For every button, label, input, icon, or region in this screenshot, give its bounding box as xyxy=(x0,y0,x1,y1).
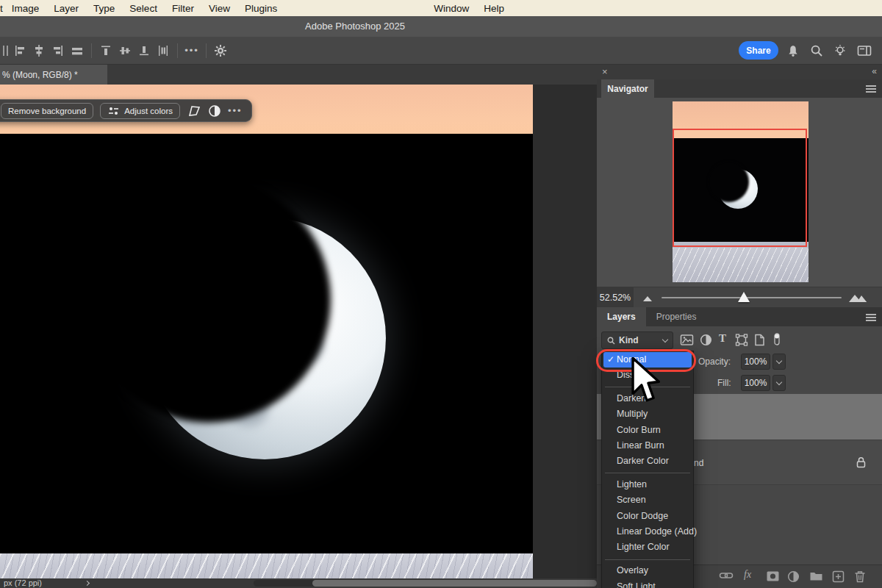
delete-layer-trash-icon[interactable] xyxy=(854,570,866,583)
kind-search-icon xyxy=(607,337,615,345)
fill-chevron[interactable] xyxy=(772,375,786,391)
tab-properties[interactable]: Properties xyxy=(646,307,707,326)
fill-value[interactable]: 100% xyxy=(741,375,770,391)
adjust-colors-button[interactable]: Adjust colors xyxy=(100,103,180,119)
taskbar-more-icon[interactable]: ••• xyxy=(228,105,243,116)
navigator-zoom-row: 52.52% xyxy=(597,287,882,307)
smart-object-filter-icon[interactable] xyxy=(754,334,765,346)
filter-toggle-pin-icon[interactable] xyxy=(773,332,781,346)
menu-item-help[interactable]: Help xyxy=(476,3,512,14)
layer-mask-icon[interactable] xyxy=(766,570,780,582)
collapse-panels-icon[interactable]: « xyxy=(872,66,876,76)
blend-mode-option[interactable]: Linear Dodge (Add) xyxy=(602,524,693,539)
gear-icon[interactable] xyxy=(211,43,230,58)
type-layer-filter-icon[interactable]: T xyxy=(719,332,726,345)
new-layer-icon[interactable] xyxy=(832,570,845,583)
checkmark-icon: ✓ xyxy=(607,352,614,368)
align-left-edges-icon[interactable] xyxy=(10,43,29,58)
panels-layout-icon[interactable] xyxy=(857,44,872,57)
menu-item-plugins[interactable]: Plugins xyxy=(237,3,284,14)
layer-filter-kind-dropdown[interactable]: Kind xyxy=(601,331,673,349)
blend-mode-option[interactable]: Color Burn xyxy=(602,423,693,438)
menu-bar: t Image Layer Type Select Filter View Pl… xyxy=(0,0,882,16)
search-icon[interactable] xyxy=(810,44,823,57)
new-group-folder-icon[interactable] xyxy=(809,570,823,581)
menu-item-filter[interactable]: Filter xyxy=(165,3,201,14)
options-divider xyxy=(177,43,178,58)
blend-mode-option[interactable]: Overlay xyxy=(602,563,693,578)
distribute-top-icon[interactable] xyxy=(96,43,115,58)
more-options-icon[interactable]: ••• xyxy=(182,43,201,58)
options-bar-right xyxy=(786,41,882,60)
options-divider xyxy=(91,43,92,58)
share-button[interactable]: Share xyxy=(739,41,778,60)
align-top-edges-icon[interactable] xyxy=(68,43,87,58)
contextual-task-bar: Remove background Adjust colors ••• xyxy=(0,99,252,122)
tab-layers[interactable]: Layers xyxy=(597,307,646,326)
document-tab[interactable]: % (Moon, RGB/8) * xyxy=(0,65,107,85)
panel-dock-header: × « xyxy=(597,65,882,79)
distribute-bottom-icon[interactable] xyxy=(135,43,154,58)
menu-separator xyxy=(602,556,693,564)
zoom-in-mountain-icon[interactable] xyxy=(848,292,867,303)
adjustment-layer-icon[interactable] xyxy=(787,570,800,583)
blend-mode-option[interactable]: Screen xyxy=(602,492,693,508)
menu-item-type[interactable]: Type xyxy=(86,3,122,14)
document-info[interactable]: px (72 ppi) xyxy=(4,578,42,588)
thumb-snow xyxy=(673,248,808,282)
zoom-slider-track[interactable] xyxy=(662,297,842,298)
navigator-proxy-view-box[interactable] xyxy=(673,129,807,247)
zoom-out-mountain-icon[interactable] xyxy=(642,294,653,302)
layers-panel-menu-icon[interactable] xyxy=(866,314,876,321)
transform-icon[interactable] xyxy=(187,104,201,118)
blend-mode-option[interactable]: Lighten xyxy=(602,477,693,492)
menu-separator xyxy=(602,469,693,477)
shape-layer-filter-icon[interactable] xyxy=(735,334,748,346)
zoom-percentage-field[interactable]: 52.52% xyxy=(597,287,634,308)
blend-mode-option[interactable]: Linear Burn xyxy=(602,438,693,453)
menu-item-window[interactable]: Window xyxy=(426,3,476,14)
zoom-slider-thumb[interactable] xyxy=(738,292,750,302)
blend-mode-option[interactable]: Darker Color xyxy=(602,453,693,469)
blend-mode-option[interactable]: Soft Light xyxy=(602,579,693,588)
distribute-horizontal-centers-icon[interactable] xyxy=(115,43,135,58)
opacity-chevron[interactable] xyxy=(772,354,786,370)
lock-icon[interactable] xyxy=(856,456,867,468)
tab-navigator[interactable]: Navigator xyxy=(601,79,654,98)
layer-style-fx-icon[interactable]: fx xyxy=(744,569,751,581)
lightbulb-icon[interactable] xyxy=(833,44,847,57)
opacity-value[interactable]: 100% xyxy=(741,354,770,370)
close-icon[interactable]: × xyxy=(602,66,608,77)
align-horizontal-centers-icon[interactable] xyxy=(29,43,49,58)
blend-mode-option[interactable]: Color Dodge xyxy=(602,509,693,524)
distribute-vertical-icon[interactable] xyxy=(154,43,173,58)
link-layers-icon[interactable] xyxy=(719,570,734,581)
adjustment-half-circle-icon[interactable] xyxy=(208,104,221,118)
navigator-panel-menu-icon[interactable] xyxy=(866,85,876,93)
blend-mode-option[interactable]: Lighter Color xyxy=(602,539,693,555)
kind-chevron-icon xyxy=(662,336,668,342)
document-tab-bar: % (Moon, RGB/8) * xyxy=(0,65,597,85)
menu-item-layer[interactable]: Layer xyxy=(46,3,86,14)
pixel-layer-filter-icon[interactable] xyxy=(680,334,694,346)
blend-mode-option[interactable]: Dissolve xyxy=(602,368,693,383)
adjustment-layer-filter-icon[interactable] xyxy=(700,334,712,346)
menu-item-image[interactable]: Image xyxy=(4,3,47,14)
blend-mode-option[interactable]: Darken xyxy=(602,391,693,406)
blend-mode-option[interactable]: Multiply xyxy=(602,406,693,422)
navigator-tab-row: Navigator xyxy=(597,79,882,98)
menu-item-select[interactable]: Select xyxy=(122,3,165,14)
bell-icon[interactable] xyxy=(786,44,800,57)
title-bar: Adobe Photoshop 2025 xyxy=(0,16,882,37)
status-chevron-icon[interactable] xyxy=(85,581,90,586)
horizontal-scrollbar-thumb[interactable] xyxy=(312,580,597,587)
navigator-thumbnail[interactable] xyxy=(673,101,808,282)
blend-mode-menu: ✓ Normal Dissolve Darken Multiply Color … xyxy=(601,351,694,588)
background-layer-name-fragment: nd xyxy=(694,458,703,468)
align-right-edges-icon[interactable] xyxy=(49,43,68,58)
document-canvas[interactable] xyxy=(0,85,533,578)
menu-item-view[interactable]: View xyxy=(201,3,237,14)
blend-mode-option-normal[interactable]: ✓ Normal xyxy=(603,352,692,368)
remove-background-button[interactable]: Remove background xyxy=(1,103,93,119)
layers-tab-row: Layers Properties xyxy=(597,307,882,326)
